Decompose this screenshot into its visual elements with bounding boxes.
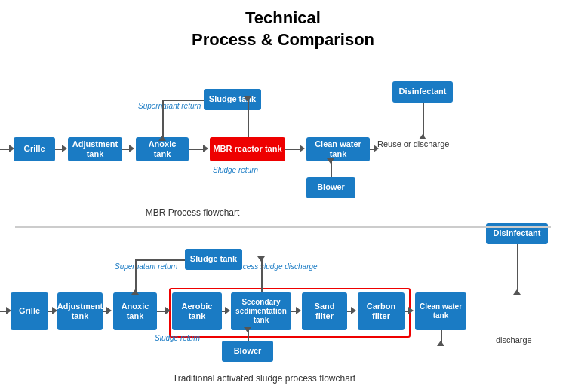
hline-sludge2 <box>135 259 185 261</box>
arrowh-carbon-cw2 <box>408 307 414 314</box>
box-sludge1: Sludge tank <box>204 89 261 110</box>
sludge-return-label1: Sludge return <box>213 166 258 174</box>
sludge-return-label2: Sludge return <box>155 334 200 342</box>
arrowh-disinfect1 <box>419 134 426 139</box>
caption2: Traditional activated sludge process flo… <box>121 373 408 384</box>
box-blower1: Blower <box>306 177 355 198</box>
discharge-label: discharge <box>496 335 532 345</box>
arrowh-disinfect2 <box>513 289 521 295</box>
hline-sludge-return1 <box>162 100 204 101</box>
box-mbr: MBR reactor tank <box>210 137 285 161</box>
arrowh-g2-a2 <box>52 307 57 314</box>
separator-line <box>15 226 551 228</box>
box-blower2: Blower <box>222 341 273 362</box>
arrowh-a-an1 <box>129 145 134 152</box>
box-anox2: Anoxic tank <box>113 292 157 330</box>
arrowh-sand-carbon <box>351 307 356 314</box>
vline-sludge-return1 <box>162 100 164 139</box>
arrowhead-entry1 <box>9 145 14 152</box>
supernatant-return-label2: Supernatant return <box>115 262 177 271</box>
arrowh-cw2-discharge <box>437 341 444 346</box>
box-carbon: Carbon filter <box>358 292 405 330</box>
caption1: MBR Process flowchart <box>98 207 287 218</box>
arrowh-entry2 <box>6 307 11 314</box>
box-clean2: Clean water tank <box>415 292 466 330</box>
supernatant-return-label1: Supernatant return <box>138 102 201 110</box>
box-secondary: Secondary sedimentation tank <box>231 292 291 330</box>
box-sand: Sand filter <box>302 292 347 330</box>
box-adj1: Adjustment tank <box>68 137 122 161</box>
arrowh-g-a1 <box>62 145 67 152</box>
arrowh-blower2 <box>244 327 251 332</box>
vline-mbr-sludge1 <box>248 100 249 137</box>
arrowh-an-mbr <box>203 145 208 152</box>
arrowh-blower1 <box>327 158 334 164</box>
arrowh-mbr-cw <box>300 145 305 152</box>
box-grille2: Grille <box>11 292 48 330</box>
vline-disinfect2 <box>517 244 518 292</box>
arrowh-mbr-sludge1 <box>244 96 251 102</box>
vline-sludge-return2 <box>135 259 137 292</box>
arrowh-sec-sand <box>296 307 301 314</box>
box-adj2: Adjustment tank <box>57 292 103 330</box>
arrowh-cw-reuse <box>374 145 379 152</box>
arrowh-aer-sec <box>225 307 230 314</box>
vline-sec-sludge2 <box>261 259 263 292</box>
arrowh-a2-an2 <box>106 307 112 314</box>
page-title: Technical Process & Comparison <box>0 0 566 51</box>
arrowh-sludge-return2 <box>131 289 139 295</box>
box-grille1: Grille <box>14 137 55 161</box>
box-disinfect1: Disinfectant <box>392 81 453 103</box>
reuse-discharge-label: Reuse or discharge <box>377 139 449 149</box>
box-aerobic: Aerobic tank <box>172 292 222 330</box>
vline-disinfect1 <box>423 103 424 137</box>
box-clean1: Clean water tank <box>306 137 370 161</box>
arrowh-sludge-return1 <box>158 136 166 141</box>
vline-blower1 <box>331 161 332 177</box>
excess-sludge-label: Excess sludge discharge <box>234 262 318 271</box>
arrowh-sec-sludge2 <box>257 256 265 262</box>
arrowh-an2-aer <box>165 307 171 314</box>
